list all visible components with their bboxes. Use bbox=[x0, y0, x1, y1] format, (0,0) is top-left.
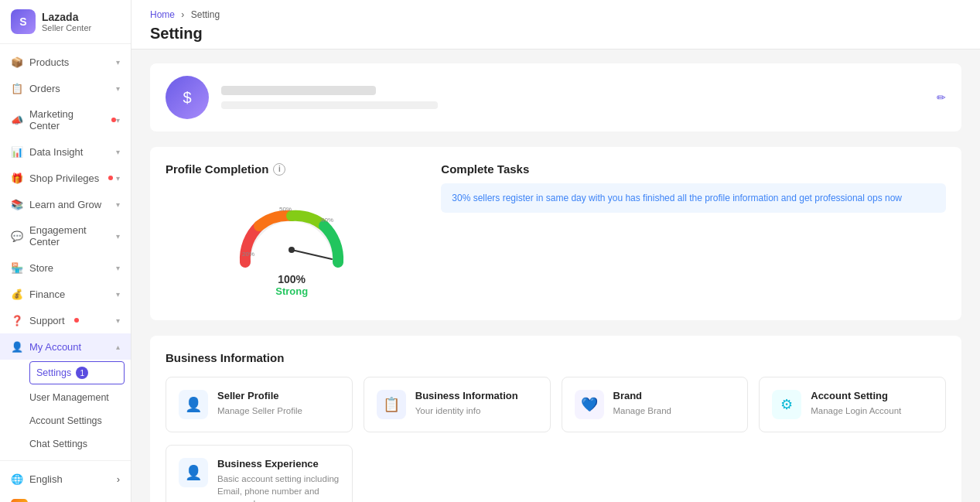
learn-grow-icon: 📚 bbox=[11, 198, 23, 210]
sidebar-label-shop-privileges: Shop Privileges bbox=[29, 172, 99, 184]
sidebar-item-user-management[interactable]: User Management bbox=[29, 386, 131, 409]
chevron-up-icon: ▴ bbox=[116, 343, 120, 351]
profile-sub-placeholder bbox=[221, 101, 438, 109]
card-business-experience[interactable]: 👤 Business Experience Basic account sett… bbox=[166, 445, 353, 502]
card-business-information[interactable]: 📋 Business Information Your identity inf… bbox=[364, 377, 551, 432]
sidebar-item-orders[interactable]: 📋 Orders ▾ bbox=[0, 75, 131, 101]
sidebar-label-support: Support bbox=[29, 315, 65, 326]
profile-name-placeholder bbox=[221, 86, 376, 95]
card-brand-text: Brand Manage Brand bbox=[613, 390, 736, 417]
gauge-percent: 100% bbox=[275, 273, 308, 285]
sidebar-footer: 🌐 English › Lazada bbox=[0, 460, 131, 502]
sidebar-item-marketing[interactable]: 📣 Marketing Center ▾ bbox=[0, 101, 131, 138]
footer-logo-icon bbox=[11, 499, 28, 502]
edit-icon[interactable]: ✏ bbox=[937, 91, 946, 104]
info-icon[interactable]: i bbox=[273, 163, 285, 176]
card-seller-profile[interactable]: 👤 Seller Profile Manage Seller Profile bbox=[166, 377, 353, 432]
sidebar-label-orders: Orders bbox=[29, 83, 60, 94]
gauge-label: 100% Strong bbox=[275, 273, 308, 297]
breadcrumb-current: Setting bbox=[191, 9, 220, 20]
card-title: Account Setting bbox=[811, 390, 933, 401]
card-sub: Basic account setting including Email, p… bbox=[217, 473, 340, 502]
gauge-container: 20% 50% 80% 100% Strong bbox=[166, 185, 418, 305]
card-experience-text: Business Experience Basic account settin… bbox=[217, 458, 340, 502]
sidebar-item-chat-settings[interactable]: Chat Settings bbox=[29, 432, 131, 456]
language-label: English bbox=[29, 473, 63, 485]
breadcrumb-home[interactable]: Home bbox=[150, 9, 175, 20]
my-account-subnav: Settings 1 User Management Account Setti… bbox=[0, 361, 131, 456]
sidebar: S Lazada Seller Center 📦 Products ▾ 📋 Or… bbox=[0, 0, 131, 502]
footer-brand: Lazada bbox=[11, 496, 120, 502]
breadcrumb-separator: › bbox=[181, 9, 184, 20]
logo-text: Lazada Seller Center bbox=[42, 11, 91, 33]
sidebar-label-products: Products bbox=[29, 56, 69, 68]
orders-icon: 📋 bbox=[11, 82, 23, 94]
card-account-setting[interactable]: ⚙ Account Setting Manage Login Account bbox=[759, 377, 946, 432]
sidebar-nav: 📦 Products ▾ 📋 Orders ▾ 📣 Marketing Cent… bbox=[0, 44, 131, 460]
chevron-down-icon: ▾ bbox=[116, 174, 120, 183]
account-setting-icon: ⚙ bbox=[772, 390, 801, 419]
marketing-icon: 📣 bbox=[11, 114, 23, 126]
seller-profile-icon: 👤 bbox=[179, 390, 208, 419]
sidebar-item-settings[interactable]: Settings 1 bbox=[29, 361, 125, 384]
card-sub: Your identity info bbox=[415, 405, 538, 417]
sidebar-label-my-account: My Account bbox=[29, 341, 81, 353]
sidebar-item-support[interactable]: ❓ Support ▾ bbox=[0, 307, 131, 333]
sidebar-label-engagement: Engagement Center bbox=[29, 224, 116, 248]
sidebar-item-finance[interactable]: 💰 Finance ▾ bbox=[0, 281, 131, 307]
card-sub: Manage Login Account bbox=[811, 405, 933, 417]
language-icon: 🌐 bbox=[11, 473, 23, 485]
my-account-icon: 👤 bbox=[11, 340, 23, 353]
sidebar-item-products[interactable]: 📦 Products ▾ bbox=[0, 49, 131, 75]
sidebar-item-my-account[interactable]: 👤 My Account ▴ bbox=[0, 333, 131, 360]
products-icon: 📦 bbox=[11, 56, 23, 68]
card-brand[interactable]: 💙 Brand Manage Brand bbox=[562, 377, 749, 432]
sidebar-item-account-settings[interactable]: Account Settings bbox=[29, 409, 131, 432]
content-area: $ ✏ Profile Completion i bbox=[131, 50, 980, 502]
chevron-down-icon: ▾ bbox=[116, 58, 120, 67]
card-account-setting-text: Account Setting Manage Login Account bbox=[811, 390, 933, 417]
chevron-down-icon: ▾ bbox=[116, 264, 120, 272]
support-icon: ❓ bbox=[11, 314, 23, 326]
svg-text:20%: 20% bbox=[242, 251, 254, 258]
topbar: Home › Setting Setting bbox=[131, 0, 980, 50]
notification-dot bbox=[74, 318, 79, 323]
chevron-down-icon: ▾ bbox=[116, 316, 120, 325]
card-title: Brand bbox=[613, 390, 736, 401]
chevron-down-icon: ▾ bbox=[116, 232, 120, 241]
shop-privileges-icon: 🎁 bbox=[11, 172, 23, 184]
notification-dot bbox=[108, 176, 113, 180]
chevron-down-icon: ▾ bbox=[116, 200, 120, 209]
chevron-down-icon: ▾ bbox=[116, 116, 120, 125]
card-business-info-text: Business Information Your identity info bbox=[415, 390, 538, 417]
card-sub: Manage Brand bbox=[613, 405, 736, 417]
profile-info bbox=[221, 86, 924, 109]
sidebar-item-learn-grow[interactable]: 📚 Learn and Grow ▾ bbox=[0, 191, 131, 217]
business-cards-grid: 👤 Seller Profile Manage Seller Profile 📋… bbox=[166, 377, 946, 432]
main-content: Home › Setting Setting $ ✏ Profile Compl… bbox=[131, 0, 980, 502]
app-name: Lazada bbox=[42, 11, 91, 24]
sidebar-item-store[interactable]: 🏪 Store ▾ bbox=[0, 254, 131, 281]
business-experience-icon: 👤 bbox=[179, 458, 208, 487]
svg-text:80%: 80% bbox=[321, 217, 333, 224]
complete-tasks-title: Complete Tasks bbox=[441, 162, 946, 176]
sidebar-item-data-insight[interactable]: 📊 Data Insight ▾ bbox=[0, 138, 131, 165]
store-icon: 🏪 bbox=[11, 261, 23, 274]
sidebar-item-shop-privileges[interactable]: 🎁 Shop Privileges ▾ bbox=[0, 165, 131, 191]
svg-text:50%: 50% bbox=[279, 206, 292, 213]
app-sub: Seller Center bbox=[42, 23, 91, 32]
sidebar-item-engagement[interactable]: 💬 Engagement Center ▾ bbox=[0, 217, 131, 254]
language-selector[interactable]: 🌐 English › bbox=[11, 469, 120, 490]
brand-icon: 💙 bbox=[575, 390, 604, 419]
card-title: Seller Profile bbox=[217, 390, 340, 401]
settings-label: Settings bbox=[36, 367, 71, 378]
card-seller-profile-text: Seller Profile Manage Seller Profile bbox=[217, 390, 340, 417]
profile-card: $ ✏ bbox=[150, 63, 961, 131]
completion-section: Profile Completion i bbox=[150, 147, 961, 320]
svg-point-1 bbox=[289, 247, 295, 253]
chat-settings-label: Chat Settings bbox=[29, 439, 87, 449]
business-info-title: Business Information bbox=[166, 351, 946, 364]
sidebar-label-data-insight: Data Insight bbox=[29, 146, 83, 158]
engagement-icon: 💬 bbox=[11, 230, 23, 242]
business-info-section: Business Information 👤 Seller Profile Ma… bbox=[150, 336, 961, 502]
